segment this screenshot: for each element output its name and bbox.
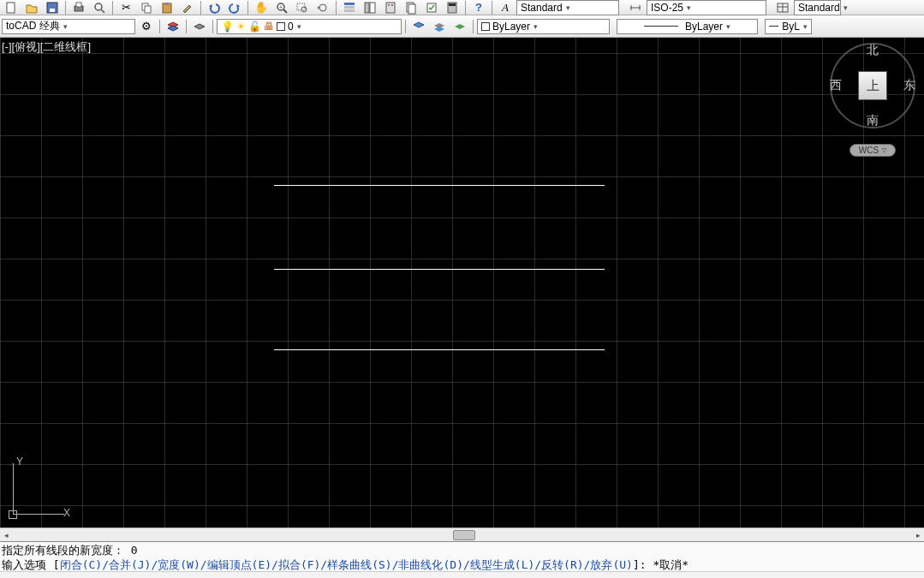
- drawing-line-3[interactable]: [274, 349, 605, 350]
- color-dropdown[interactable]: ByLayer: [477, 19, 610, 34]
- print-icon[interactable]: [69, 1, 88, 15]
- viewcube[interactable]: 北 南 西 东 上 WCS ▽: [826, 43, 919, 170]
- redo-icon[interactable]: [225, 1, 244, 15]
- svg-rect-17: [344, 3, 355, 5]
- compass-east[interactable]: 东: [903, 78, 915, 93]
- layer-match-icon[interactable]: [450, 20, 469, 33]
- ucs-x-label: X: [63, 507, 70, 519]
- open-icon[interactable]: [22, 1, 41, 15]
- layer-prev-icon[interactable]: [430, 20, 449, 33]
- workspace-settings-icon[interactable]: ⚙: [137, 20, 156, 33]
- viewport-label[interactable]: [-][俯视][二维线框]: [2, 39, 91, 55]
- lineweight-dropdown[interactable]: ByL: [765, 19, 812, 34]
- grid-line: [247, 38, 247, 527]
- layer-on-icon: 💡: [221, 21, 234, 33]
- help-icon[interactable]: ?: [469, 1, 488, 15]
- grid-line: [0, 176, 924, 177]
- cut-icon[interactable]: ✂: [116, 1, 135, 15]
- command-area[interactable]: 指定所有线段的新宽度： 0 输入选项 [闭合(C)/合并(J)/宽度(W)/编辑…: [0, 541, 924, 578]
- svg-rect-26: [408, 4, 415, 14]
- layer-props-icon[interactable]: [164, 20, 182, 33]
- quick-access-toolbar[interactable]: ✂ ✋ + ? A Standard ISO-25 Standard: [0, 0, 924, 15]
- layer-dropdown[interactable]: 💡 ☀ 🔓 🖶 0: [217, 19, 402, 34]
- grid-line: [0, 341, 924, 342]
- grid-line: [0, 53, 924, 54]
- lineweight-value: ByL: [782, 21, 800, 33]
- undo-icon[interactable]: [205, 1, 224, 15]
- properties-icon[interactable]: [340, 1, 359, 15]
- color-value: ByLayer: [492, 21, 530, 33]
- grid-line: [617, 38, 617, 527]
- scroll-right-arrow[interactable]: ▸: [912, 528, 924, 542]
- svg-rect-24: [391, 4, 393, 6]
- grid-line: [123, 38, 124, 527]
- copy-icon[interactable]: [137, 1, 156, 15]
- quickcalc-icon[interactable]: [443, 1, 462, 15]
- tablestyle-icon[interactable]: [773, 1, 792, 15]
- workspace-dropdown[interactable]: toCAD 经典: [2, 19, 135, 34]
- compass-south[interactable]: 南: [867, 113, 879, 128]
- dimstyle-icon[interactable]: [626, 1, 645, 15]
- grid-line: [575, 38, 576, 527]
- svg-rect-18: [344, 6, 355, 9]
- layer-plot-icon: 🖶: [264, 21, 274, 33]
- zoom-realtime-icon[interactable]: +: [272, 1, 291, 15]
- designcenter-icon[interactable]: [361, 1, 379, 15]
- svg-rect-0: [7, 3, 15, 13]
- save-icon[interactable]: [43, 1, 62, 15]
- markup-icon[interactable]: [422, 1, 441, 15]
- grid-line: [534, 38, 535, 527]
- wcs-badge[interactable]: WCS ▽: [849, 144, 896, 157]
- textstyle-icon[interactable]: A: [496, 1, 515, 15]
- grid-line: [0, 423, 924, 424]
- textstyle-dropdown[interactable]: Standard: [516, 0, 619, 15]
- svg-point-5: [95, 3, 102, 10]
- horizontal-scrollbar[interactable]: ◂ ▸: [0, 527, 924, 541]
- layer-color-swatch: [277, 22, 285, 31]
- linetype-dropdown[interactable]: ByLayer: [617, 19, 758, 34]
- compass-north[interactable]: 北: [867, 43, 879, 58]
- compass-ring[interactable]: 北 南 西 东 上: [830, 43, 915, 128]
- svg-rect-4: [76, 3, 81, 7]
- grid-line: [411, 38, 412, 527]
- paste-icon[interactable]: [158, 1, 176, 15]
- grid-line: [0, 259, 924, 259]
- viewcube-top-face[interactable]: 上: [858, 71, 887, 100]
- toolpalette-icon[interactable]: [381, 1, 400, 15]
- layer-lock-icon: 🔓: [248, 21, 261, 33]
- color-swatch: [481, 22, 490, 31]
- grid-line: [329, 38, 330, 527]
- command-input[interactable]: [0, 571, 924, 578]
- match-icon[interactable]: [178, 1, 197, 15]
- pan-icon[interactable]: ✋: [252, 1, 271, 15]
- dimstyle-dropdown[interactable]: ISO-25: [647, 0, 766, 15]
- grid-line: [0, 94, 924, 95]
- drawing-line-1[interactable]: [274, 185, 605, 186]
- sheetset-icon[interactable]: [402, 1, 420, 15]
- zoom-previous-icon[interactable]: [313, 1, 332, 15]
- preview-icon[interactable]: [90, 1, 109, 15]
- tablestyle-dropdown[interactable]: Standard: [794, 0, 841, 15]
- layer-iso-icon[interactable]: [409, 20, 428, 33]
- new-icon[interactable]: [2, 1, 21, 15]
- svg-rect-2: [50, 9, 55, 12]
- layer-states-icon[interactable]: [190, 20, 209, 33]
- drawing-line-2[interactable]: [274, 269, 605, 270]
- grid-line: [0, 464, 924, 465]
- grid-line: [781, 38, 782, 527]
- svg-rect-22: [386, 3, 395, 13]
- svg-rect-10: [165, 3, 169, 5]
- zoom-window-icon[interactable]: [293, 1, 312, 15]
- grid-line: [493, 38, 494, 527]
- compass-west[interactable]: 西: [830, 78, 842, 93]
- drawing-viewport[interactable]: // will draw below with inline elements …: [0, 38, 924, 527]
- secondary-toolbar[interactable]: toCAD 经典 ⚙ 💡 ☀ 🔓 🖶 0 ByLayer ByLayer ByL: [0, 15, 924, 38]
- ucs-y-label: Y: [16, 456, 23, 468]
- scroll-thumb[interactable]: [453, 530, 475, 540]
- tablestyle-value: Standard: [798, 2, 840, 14]
- scroll-left-arrow[interactable]: ◂: [0, 528, 12, 542]
- grid-line: [0, 382, 924, 383]
- grid-line: [822, 38, 823, 527]
- svg-rect-21: [370, 3, 375, 13]
- wcs-chevron-icon: ▽: [882, 147, 886, 154]
